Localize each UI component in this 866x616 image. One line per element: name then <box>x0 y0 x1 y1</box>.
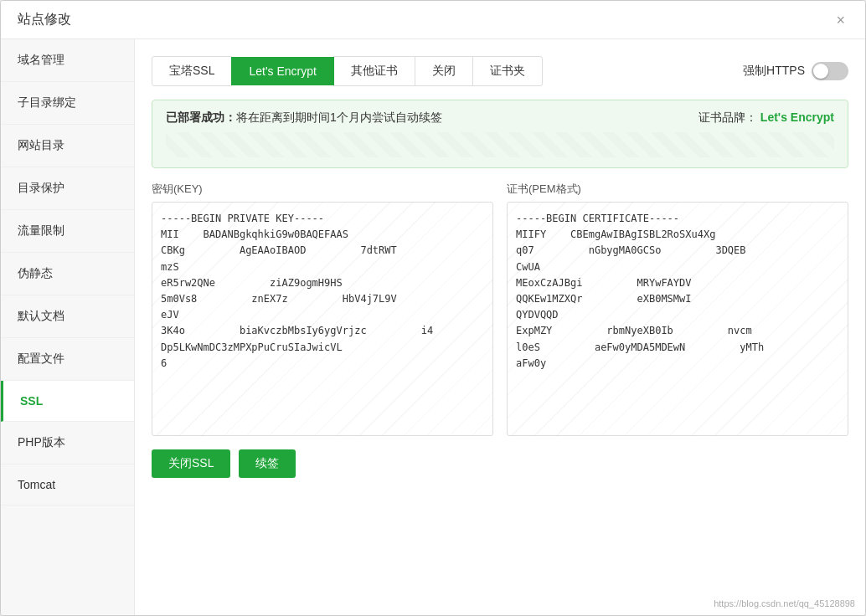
modal-body: 域名管理 子目录绑定 网站目录 目录保护 流量限制 伪静态 默认文档 配置文件 … <box>1 39 865 615</box>
sidebar-item-domain[interactable]: 域名管理 <box>1 39 134 82</box>
main-content: 宝塔SSL Let's Encrypt 其他证书 关闭 证书夹 强制HTTPS … <box>135 39 865 615</box>
sidebar-item-defaultdoc[interactable]: 默认文档 <box>1 295 134 338</box>
sidebar-item-ssl[interactable]: SSL <box>1 381 134 422</box>
cert-brand-value: Let's Encrypt <box>760 110 834 124</box>
modal-container: 站点修改 × 域名管理 子目录绑定 网站目录 目录保护 流量限制 伪静态 默认文… <box>0 0 866 616</box>
success-main-row: 已部署成功：将在距离到期时间1个月内尝试自动续签 证书品牌： Let's Enc… <box>166 110 834 126</box>
cert-textarea[interactable] <box>507 202 848 436</box>
sidebar-item-traffic[interactable]: 流量限制 <box>1 210 134 253</box>
cert-textarea-wrapper <box>507 202 848 436</box>
key-textarea-wrapper <box>152 202 493 436</box>
tab-baota-ssl[interactable]: 宝塔SSL <box>152 56 232 86</box>
footer-link: https://blog.csdn.net/qq_45128898 <box>714 598 855 608</box>
renew-button[interactable]: 续签 <box>239 449 296 478</box>
sidebar-item-config[interactable]: 配置文件 <box>1 338 134 381</box>
key-section: 密钥(KEY) <box>152 182 493 436</box>
key-label: 密钥(KEY) <box>152 182 493 197</box>
sidebar-item-dirprotect[interactable]: 目录保护 <box>1 167 134 210</box>
sidebar-item-php[interactable]: PHP版本 <box>1 422 134 465</box>
cert-section: 证书(PEM格式) <box>507 182 848 436</box>
close-ssl-button[interactable]: 关闭SSL <box>152 449 230 478</box>
toggle-knob <box>813 64 828 79</box>
sidebar-item-subdir[interactable]: 子目录绑定 <box>1 82 134 125</box>
modal-header: 站点修改 × <box>1 1 865 39</box>
success-prefix: 已部署成功： <box>166 110 236 124</box>
https-toggle-group: 强制HTTPS <box>743 62 848 80</box>
key-cert-row: 密钥(KEY) 证书(PEM格式) <box>152 182 848 436</box>
sidebar-item-pseudostatic[interactable]: 伪静态 <box>1 253 134 295</box>
tab-other-cert[interactable]: 其他证书 <box>333 56 415 86</box>
sidebar: 域名管理 子目录绑定 网站目录 目录保护 流量限制 伪静态 默认文档 配置文件 … <box>1 39 135 615</box>
close-button[interactable]: × <box>832 13 848 28</box>
sidebar-item-webdir[interactable]: 网站目录 <box>1 125 134 167</box>
cert-label: 证书(PEM格式) <box>507 182 848 197</box>
sidebar-item-tomcat[interactable]: Tomcat <box>1 465 134 506</box>
tab-lets-encrypt[interactable]: Let's Encrypt <box>231 57 334 85</box>
tab-close[interactable]: 关闭 <box>415 56 473 86</box>
https-label: 强制HTTPS <box>743 64 805 79</box>
success-message: 将在距离到期时间1个月内尝试自动续签 <box>236 110 442 124</box>
modal-title: 站点修改 <box>18 11 71 28</box>
https-toggle-switch[interactable] <box>812 62 848 80</box>
banner-watermark <box>166 132 834 157</box>
success-banner: 已部署成功：将在距离到期时间1个月内尝试自动续签 证书品牌： Let's Enc… <box>152 100 848 168</box>
tab-cert-folder[interactable]: 证书夹 <box>472 56 543 86</box>
key-textarea[interactable] <box>152 202 493 436</box>
tabs-bar: 宝塔SSL Let's Encrypt 其他证书 关闭 证书夹 强制HTTPS <box>152 56 848 86</box>
success-text: 已部署成功：将在距离到期时间1个月内尝试自动续签 <box>166 110 442 126</box>
cert-brand-label: 证书品牌： <box>698 110 757 124</box>
action-buttons: 关闭SSL 续签 <box>152 449 848 478</box>
cert-brand-group: 证书品牌： Let's Encrypt <box>698 110 834 126</box>
